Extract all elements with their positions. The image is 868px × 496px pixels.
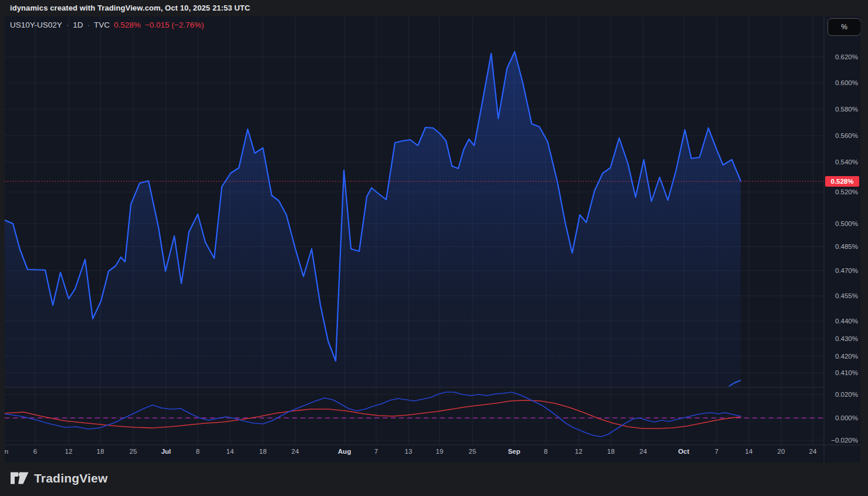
price-axis-label: 0.420% [825,352,860,361]
price-axis-label: 0.430% [825,334,860,343]
last-price-text: 0.528% [114,21,141,29]
time-axis-label: 18 [86,448,115,455]
time-axis-label: 25 [458,448,487,455]
time-axis-label: 18 [248,448,278,455]
price-change-text: −0.015 (−2.76%) [145,21,204,29]
price-axis-label: 0.485% [825,242,860,251]
price-axis-label: 0.540% [825,157,860,167]
price-axis-label: 0.410% [825,368,860,377]
exchange-label[interactable]: TVC [94,21,110,29]
price-axis-label: −0.020% [825,436,860,445]
time-axis-label: 7 [702,448,731,455]
time-axis-label: 7 [362,448,391,455]
time-axis-label: 8 [183,448,212,455]
price-axis-label: 0.580% [825,104,860,114]
price-axis-label: 0.620% [825,52,860,62]
separator-dot: · [66,21,69,29]
time-axis-month-label: Aug [330,448,359,455]
time-axis-label: 12 [54,448,83,455]
time-axis-label: 20 [766,448,796,455]
price-axis-label: 0.455% [825,291,860,301]
percent-scale-button[interactable]: % [828,18,860,36]
time-axis-label: 19 [425,448,454,455]
interval-label[interactable]: 1D [73,21,83,29]
main-chart-canvas[interactable] [5,16,860,463]
time-axis-label: 14 [215,448,245,455]
time-axis-label: 12 [564,448,593,455]
time-axis-label: n [5,448,21,455]
time-axis-label: 24 [798,448,828,455]
price-axis-label: 0.020% [825,390,860,399]
time-axis-label: 14 [734,448,764,455]
tradingview-logo-text: TradingView [34,471,108,485]
time-axis-label: 6 [21,448,50,455]
price-axis-label: 0.560% [825,131,860,140]
time-axis-month-label: Oct [669,448,698,455]
time-axis-month-label: Sep [499,448,529,455]
time-axis-label: 24 [281,448,310,455]
tradingview-logo[interactable]: TradingView [11,470,108,486]
time-axis-label: 18 [596,448,626,455]
price-axis-label: 0.500% [825,219,860,228]
price-axis-label: 0.470% [825,266,860,275]
time-axis-label: 8 [531,448,560,455]
symbol-title[interactable]: US10Y-US02Y [10,21,62,29]
creator-caption: idynamics created with TradingView.com, … [10,4,250,12]
price-axis-label: 0.440% [825,316,860,326]
price-axis-label: 0.600% [825,78,860,87]
tradingview-logo-icon [11,470,29,486]
price-axis-label: 0.000% [825,413,860,423]
symbol-row: US10Y-US02Y · 1D · TVC 0.528% −0.015 (−2… [10,21,204,29]
price-axis-label: 0.520% [825,187,860,197]
time-axis-label: 24 [629,448,658,455]
time-axis-label: 13 [394,448,423,455]
separator-dot: · [87,21,90,29]
chart-panel[interactable]: US10Y-US02Y · 1D · TVC 0.528% −0.015 (−2… [5,16,860,463]
tradingview-screenshot: { "app": "TradingView", "header": { "cap… [0,0,868,496]
last-price-tag: 0.528% [825,176,859,187]
time-axis-label: 25 [119,448,148,455]
time-axis-month-label: Jul [151,448,181,455]
